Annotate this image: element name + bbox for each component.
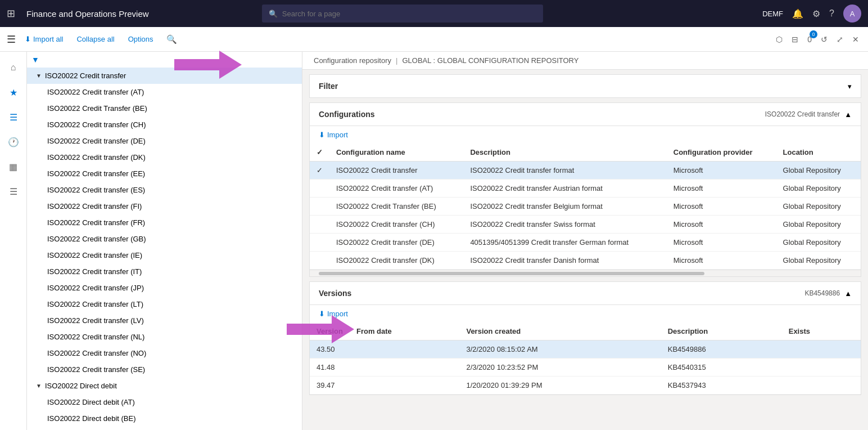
col-location[interactable]: Location bbox=[776, 144, 861, 162]
tree-item-dd-be[interactable]: ISO20022 Direct debit (BE) bbox=[27, 410, 302, 427]
help-icon[interactable]: ? bbox=[829, 8, 834, 19]
ver-col-fromdate[interactable]: From date bbox=[350, 322, 459, 341]
refresh-icon[interactable]: ↺ bbox=[819, 33, 830, 46]
config-table-row[interactable]: ISO20022 Credit transfer (DE) 4051395/40… bbox=[310, 234, 861, 252]
config-table-row[interactable]: ISO20022 Credit transfer (CH) ISO20022 C… bbox=[310, 216, 861, 234]
settings-icon[interactable]: ⚙ bbox=[812, 8, 820, 19]
tree-item-ct-nl[interactable]: ISO20022 Credit transfer (NL) bbox=[27, 329, 302, 345]
ver-version-cell: 41.48 bbox=[310, 359, 350, 377]
ver-col-desc[interactable]: Description bbox=[661, 322, 782, 341]
sidebar-grid-icon[interactable]: ▦ bbox=[2, 155, 25, 178]
tree-item-ct-de[interactable]: ISO20022 Credit transfer (DE) bbox=[27, 133, 302, 149]
config-location-cell: Global Repository bbox=[776, 216, 861, 234]
ver-col-created[interactable]: Version created bbox=[459, 322, 661, 341]
config-location-cell: Global Repository bbox=[776, 234, 861, 252]
tree-item-ct-fr[interactable]: ISO20022 Credit transfer (FR) bbox=[27, 214, 302, 231]
tree-item-ct-se[interactable]: ISO20022 Credit transfer (SE) bbox=[27, 361, 302, 378]
tree-item-ct-lv[interactable]: ISO20022 Credit transfer (LV) bbox=[27, 312, 302, 329]
config-table-row[interactable]: ISO20022 Credit Transfer (BE) ISO20022 C… bbox=[310, 198, 861, 216]
configurations-table: ✓ Configuration name Description Configu… bbox=[310, 144, 861, 270]
sidebar-home-icon[interactable]: ⌂ bbox=[2, 56, 25, 79]
versions-table-row[interactable]: 41.48 2/3/2020 10:23:52 PM KB4540315 bbox=[310, 359, 861, 377]
tree-item-ct-ch[interactable]: ISO20022 Credit transfer (CH) bbox=[27, 117, 302, 133]
ver-exists-cell bbox=[782, 341, 861, 359]
filter-section-header[interactable]: Filter ▾ bbox=[310, 75, 861, 97]
tree-item-ct-at[interactable]: ISO20022 Credit transfer (AT) bbox=[27, 84, 302, 100]
config-check-cell bbox=[310, 234, 329, 252]
sidebar-clock-icon[interactable]: 🕐 bbox=[2, 131, 25, 153]
tree-item-credit-transfer[interactable]: ▼ ISO20022 Credit transfer bbox=[27, 68, 302, 84]
secondary-toolbar: ☰ ⬇ Import all Collapse all Options 🔍 ⬡ … bbox=[0, 27, 868, 52]
avatar[interactable]: A bbox=[843, 5, 861, 23]
tree-filter-icon[interactable]: ▼ bbox=[31, 55, 39, 64]
config-table-row[interactable]: ISO20022 Credit transfer (AT) ISO20022 C… bbox=[310, 180, 861, 198]
configurations-header[interactable]: Configurations ISO20022 Credit transfer … bbox=[310, 103, 861, 126]
maximize-icon[interactable]: ⤢ bbox=[834, 33, 846, 46]
split-icon[interactable]: ⊟ bbox=[789, 33, 801, 46]
tree-item-ct-no[interactable]: ISO20022 Credit transfer (NO) bbox=[27, 345, 302, 361]
tree-item-ct-ie[interactable]: ISO20022 Credit transfer (IE) bbox=[27, 247, 302, 263]
tree-item-dd-at[interactable]: ISO20022 Direct debit (AT) bbox=[27, 394, 302, 410]
config-desc-cell: ISO20022 Credit transfer Danish format bbox=[463, 252, 666, 270]
config-location-cell: Global Repository bbox=[776, 162, 861, 180]
tree-item-ct-ee[interactable]: ISO20022 Credit transfer (EE) bbox=[27, 165, 302, 182]
options-button[interactable]: Options bbox=[124, 33, 158, 46]
config-desc-cell: ISO20022 Credit transfer Austrian format bbox=[463, 180, 666, 198]
tree-item-ct-be[interactable]: ISO20022 Credit Transfer (BE) bbox=[27, 100, 302, 117]
import-all-button[interactable]: ⬇ Import all bbox=[20, 33, 67, 46]
ver-col-exists[interactable]: Exists bbox=[782, 322, 861, 341]
ver-version-cell: 39.47 bbox=[310, 377, 350, 395]
notification-icon[interactable]: 🔔 bbox=[792, 8, 803, 19]
right-content: Configuration repository | GLOBAL : GLOB… bbox=[302, 52, 868, 430]
config-desc-cell: 4051395/4051399 Credit transfer German f… bbox=[463, 234, 666, 252]
filter-collapse-icon[interactable]: ▾ bbox=[848, 82, 852, 91]
versions-table-row[interactable]: 43.50 3/2/2020 08:15:02 AM KB4549886 bbox=[310, 341, 861, 359]
ver-desc-cell: KB4549886 bbox=[661, 341, 782, 359]
config-name-cell: ISO20022 Credit transfer bbox=[329, 162, 463, 180]
versions-table-row[interactable]: 39.47 1/20/2020 01:39:29 PM KB4537943 bbox=[310, 377, 861, 395]
versions-import-button[interactable]: ⬇ Import bbox=[319, 310, 348, 318]
configurations-import-button[interactable]: ⬇ Import bbox=[319, 131, 348, 139]
versions-header[interactable]: Versions KB4549886 ▲ bbox=[310, 282, 861, 305]
ver-fromdate-cell bbox=[350, 359, 459, 377]
search-input[interactable] bbox=[282, 10, 536, 18]
config-check-cell bbox=[310, 198, 329, 216]
col-check: ✓ bbox=[310, 144, 329, 162]
tree-item-ct-it[interactable]: ISO20022 Credit transfer (IT) bbox=[27, 263, 302, 280]
ver-exists-cell bbox=[782, 359, 861, 377]
config-scrollbar[interactable] bbox=[310, 270, 861, 276]
sidebar-star-icon[interactable]: ★ bbox=[2, 81, 25, 104]
pin-icon[interactable]: ⬡ bbox=[774, 33, 785, 46]
configurations-collapse-icon[interactable]: ▲ bbox=[844, 110, 852, 119]
tree-item-ct-fi[interactable]: ISO20022 Credit transfer (FI) bbox=[27, 198, 302, 214]
breadcrumb-separator: | bbox=[396, 56, 397, 65]
ver-col-version[interactable]: Version bbox=[310, 322, 350, 341]
col-provider[interactable]: Configuration provider bbox=[667, 144, 776, 162]
config-table-row[interactable]: ISO20022 Credit transfer (DK) ISO20022 C… bbox=[310, 252, 861, 270]
toolbar-search-icon[interactable]: 🔍 bbox=[166, 34, 177, 44]
tree-item-ct-dk[interactable]: ISO20022 Credit transfer (DK) bbox=[27, 149, 302, 165]
config-desc-cell: ISO20022 Credit transfer Swiss format bbox=[463, 216, 666, 234]
config-provider-cell: Microsoft bbox=[667, 198, 776, 216]
tree-item-ct-lt[interactable]: ISO20022 Credit transfer (LT) bbox=[27, 296, 302, 312]
tree-item-ct-jp[interactable]: ISO20022 Credit transfer (JP) bbox=[27, 280, 302, 296]
tree-item-ct-gb[interactable]: ISO20022 Credit transfer (GB) bbox=[27, 231, 302, 247]
col-config-name[interactable]: Configuration name bbox=[329, 144, 463, 162]
config-name-cell: ISO20022 Credit transfer (DE) bbox=[329, 234, 463, 252]
top-nav-right: DEMF 🔔 ⚙ ? A bbox=[762, 5, 861, 23]
tree-item-direct-debit[interactable]: ▼ ISO20022 Direct debit bbox=[27, 378, 302, 394]
collapse-all-button[interactable]: Collapse all bbox=[72, 33, 119, 46]
config-check-cell bbox=[310, 216, 329, 234]
close-icon[interactable]: ✕ bbox=[850, 33, 861, 46]
configurations-title: Configurations bbox=[319, 110, 375, 119]
versions-collapse-icon[interactable]: ▲ bbox=[844, 289, 852, 298]
sidebar-menu-icon[interactable]: ☰ bbox=[2, 180, 25, 203]
col-description[interactable]: Description bbox=[463, 144, 666, 162]
badge-icon[interactable]: 0 0 bbox=[805, 33, 814, 46]
grid-icon[interactable]: ⊞ bbox=[7, 7, 15, 20]
tree-item-ct-es[interactable]: ISO20022 Credit transfer (ES) bbox=[27, 182, 302, 198]
config-table-row[interactable]: ✓ ISO20022 Credit transfer ISO20022 Cred… bbox=[310, 162, 861, 180]
hamburger-icon[interactable]: ☰ bbox=[7, 33, 16, 46]
sidebar-list-icon[interactable]: ☰ bbox=[2, 106, 25, 128]
search-box[interactable]: 🔍 bbox=[262, 5, 543, 23]
